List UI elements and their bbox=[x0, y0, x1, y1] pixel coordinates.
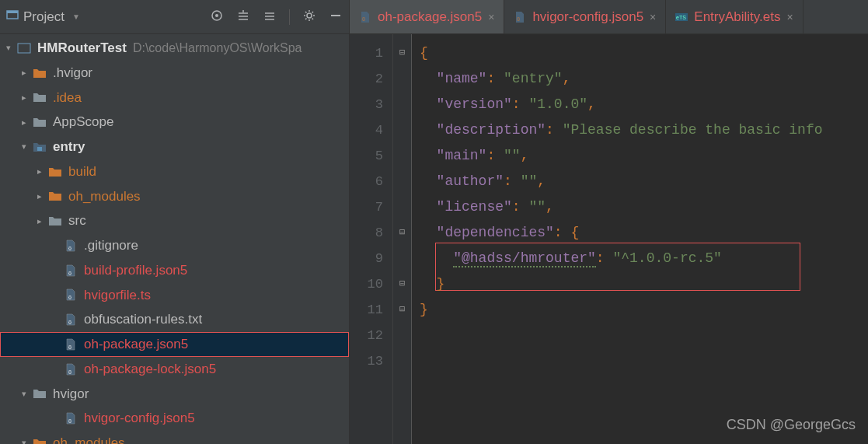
tree-item-oh-package-lock-json5[interactable]: {}oh-package-lock.json5 bbox=[0, 357, 349, 382]
svg-rect-7 bbox=[37, 147, 42, 151]
tree-item-appscope[interactable]: ▸AppScope bbox=[0, 110, 349, 135]
file-icon: eTS bbox=[675, 11, 688, 23]
code-line-4[interactable]: "description": "Please describe the basi… bbox=[420, 117, 868, 143]
code-line-3[interactable]: "version": "1.0.0", bbox=[420, 92, 868, 117]
code-line-9[interactable]: "@hadss/hmrouter": "^1.0.0-rc.5" bbox=[420, 246, 868, 271]
item-label: entry bbox=[53, 135, 85, 159]
chevron-down-icon[interactable]: ▾ bbox=[19, 386, 30, 401]
tab-label: hvigor-config.json5 bbox=[532, 9, 643, 25]
tree-item-src[interactable]: ▸src bbox=[0, 208, 349, 233]
project-view-label: Project bbox=[23, 9, 64, 25]
tree-item--idea[interactable]: ▸.idea bbox=[0, 86, 349, 110]
file-icon: {} bbox=[64, 338, 78, 351]
svg-rect-6 bbox=[18, 44, 30, 53]
tree-item-obfuscation-rules-txt[interactable]: {}obfuscation-rules.txt bbox=[0, 307, 349, 332]
file-icon: {} bbox=[64, 264, 78, 277]
gear-icon[interactable] bbox=[302, 9, 316, 26]
svg-text:{}: {} bbox=[68, 246, 71, 250]
tab-label: EntryAbility.ets bbox=[694, 9, 780, 25]
tab-entryability-ets[interactable]: eTSEntryAbility.ets× bbox=[666, 0, 803, 33]
chevron-right-icon[interactable]: ▸ bbox=[34, 164, 45, 179]
chevron-down-icon[interactable]: ▾ bbox=[19, 435, 30, 444]
chevron-right-icon[interactable]: ▸ bbox=[19, 115, 30, 130]
tree-item-hvigor[interactable]: ▾hvigor bbox=[0, 382, 349, 407]
minimize-icon[interactable] bbox=[329, 9, 343, 26]
svg-point-4 bbox=[307, 13, 312, 18]
item-label: oh_modules bbox=[53, 432, 125, 444]
chevron-right-icon[interactable]: ▸ bbox=[19, 90, 30, 105]
chevron-right-icon[interactable]: ▸ bbox=[19, 65, 30, 80]
sidebar-header: Project ▼ bbox=[0, 0, 349, 34]
folder-orange-icon bbox=[33, 437, 47, 444]
svg-point-3 bbox=[215, 14, 218, 17]
folder-grey-icon bbox=[33, 116, 47, 128]
tree-item-oh-modules[interactable]: ▾oh_modules bbox=[0, 431, 349, 444]
code-line-2[interactable]: "name": "entry", bbox=[420, 66, 868, 92]
file-icon: {} bbox=[64, 313, 78, 326]
tab-hvigor-config-json5[interactable]: {}hvigor-config.json5× bbox=[504, 0, 666, 33]
fold-icon bbox=[393, 92, 411, 117]
close-icon[interactable]: × bbox=[786, 11, 793, 23]
fold-icon bbox=[393, 323, 411, 348]
code-line-1[interactable]: { bbox=[420, 40, 868, 66]
expand-all-icon[interactable] bbox=[236, 9, 250, 26]
tree-root[interactable]: ▾ HMRouterTest D:\code\HarmonyOS\WorkSpa bbox=[0, 36, 349, 61]
fold-icon[interactable]: ⊟ bbox=[393, 40, 411, 66]
locate-icon[interactable] bbox=[210, 9, 224, 26]
code-line-10[interactable]: } bbox=[420, 271, 868, 297]
tab-label: oh-package.json5 bbox=[378, 9, 482, 25]
file-icon: {} bbox=[64, 412, 78, 425]
tree-item-entry[interactable]: ▾entry bbox=[0, 135, 349, 159]
tree-item-hvigor-config-json5[interactable]: {}hvigor-config.json5 bbox=[0, 406, 349, 431]
item-label: .gitignore bbox=[84, 234, 138, 257]
file-icon: {} bbox=[64, 363, 78, 376]
code-line-11[interactable]: } bbox=[420, 297, 868, 323]
svg-rect-1 bbox=[7, 11, 18, 13]
file-icon: {} bbox=[359, 11, 371, 23]
item-label: .hvigor bbox=[53, 61, 92, 85]
item-label: oh-package.json5 bbox=[84, 333, 188, 356]
code-editor[interactable]: 12345678910111213 ⊟ ⊟ ⊟⊟ { "name": "entr… bbox=[350, 34, 868, 444]
editor-area: {}oh-package.json5×{}hvigor-config.json5… bbox=[350, 0, 868, 444]
fold-icon[interactable]: ⊟ bbox=[393, 297, 411, 323]
tree-item-oh-modules[interactable]: ▸oh_modules bbox=[0, 184, 349, 209]
fold-icon bbox=[393, 194, 411, 220]
tree-item-oh-package-json5[interactable]: {}oh-package.json5 bbox=[0, 332, 349, 357]
folder-grey-icon bbox=[33, 387, 47, 400]
code-line-8[interactable]: "dependencies": { bbox=[420, 220, 868, 246]
project-icon bbox=[6, 9, 19, 25]
code-line-6[interactable]: "author": "", bbox=[420, 169, 868, 194]
fold-icon[interactable]: ⊟ bbox=[393, 220, 411, 246]
svg-text:{}: {} bbox=[68, 295, 71, 299]
chevron-down-icon[interactable]: ▾ bbox=[19, 139, 30, 154]
svg-text:{}: {} bbox=[517, 16, 520, 21]
tree-item-build-profile-json5[interactable]: {}build-profile.json5 bbox=[0, 258, 349, 283]
tree-item-hvigorfile-ts[interactable]: {}hvigorfile.ts bbox=[0, 283, 349, 308]
close-icon[interactable]: × bbox=[650, 11, 656, 23]
tab-oh-package-json5[interactable]: {}oh-package.json5× bbox=[350, 0, 504, 33]
folder-grey-icon bbox=[33, 91, 47, 103]
project-tree[interactable]: ▾ HMRouterTest D:\code\HarmonyOS\WorkSpa… bbox=[0, 34, 349, 444]
tree-item--hvigor[interactable]: ▸.hvigor bbox=[0, 61, 349, 86]
code-line-7[interactable]: "license": "", bbox=[420, 194, 868, 220]
fold-icon[interactable]: ⊟ bbox=[393, 271, 411, 297]
code-content[interactable]: { "name": "entry", "version": "1.0.0", "… bbox=[412, 34, 868, 444]
item-label: build bbox=[68, 160, 96, 184]
chevron-right-icon[interactable]: ▸ bbox=[34, 189, 45, 204]
module-icon bbox=[33, 141, 47, 153]
project-view-selector[interactable]: Project ▼ bbox=[6, 9, 210, 25]
collapse-all-icon[interactable] bbox=[263, 9, 277, 26]
tree-item--gitignore[interactable]: {}.gitignore bbox=[0, 233, 349, 258]
item-label: obfuscation-rules.txt bbox=[84, 308, 202, 331]
code-line-5[interactable]: "main": "", bbox=[420, 143, 868, 169]
file-icon: {} bbox=[64, 239, 78, 252]
tree-item-build[interactable]: ▸build bbox=[0, 159, 349, 184]
chevron-down-icon[interactable]: ▾ bbox=[3, 40, 14, 55]
close-icon[interactable]: × bbox=[488, 11, 494, 23]
fold-icon bbox=[393, 246, 411, 271]
chevron-right-icon[interactable]: ▸ bbox=[34, 214, 45, 229]
folder-orange-icon bbox=[33, 67, 47, 79]
item-label: oh_modules bbox=[68, 185, 141, 208]
item-label: hvigor-config.json5 bbox=[84, 407, 195, 430]
item-label: .idea bbox=[53, 86, 82, 110]
